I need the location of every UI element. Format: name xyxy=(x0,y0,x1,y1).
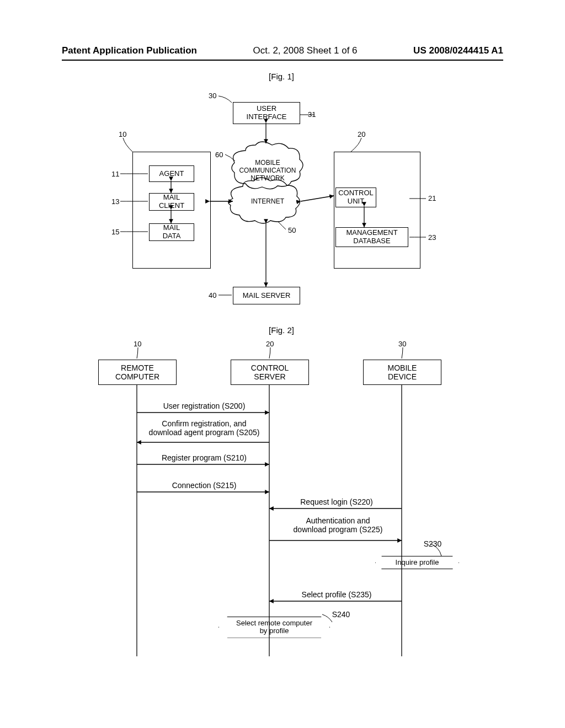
header-rule xyxy=(62,60,503,61)
header-mid: Oct. 2, 2008 Sheet 1 of 6 xyxy=(253,45,358,56)
svg-line-3 xyxy=(301,196,334,201)
header-left: Patent Application Publication xyxy=(62,45,197,56)
figure-2: [Fig. 2] REMOTE COMPUTER CONTROL SERVER … xyxy=(88,325,475,678)
figure-2-svg xyxy=(88,325,475,678)
figure-1-svg xyxy=(88,72,475,314)
figure-1: [Fig. 1] USER INTERFACE AGENT MAIL CLIEN… xyxy=(88,72,475,314)
header-right: US 2008/0244415 A1 xyxy=(413,45,503,56)
